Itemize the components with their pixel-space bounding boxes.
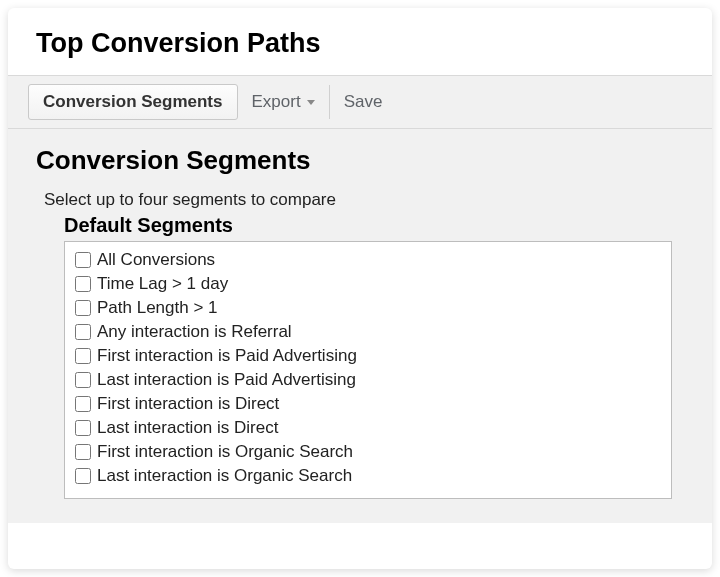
segment-checkbox-first-direct[interactable]	[75, 396, 91, 412]
segment-label[interactable]: First interaction is Paid Advertising	[97, 346, 357, 366]
segment-label[interactable]: First interaction is Direct	[97, 394, 279, 414]
segment-item: First interaction is Paid Advertising	[75, 344, 661, 368]
report-container: Top Conversion Paths Conversion Segments…	[8, 8, 712, 569]
panel-title: Conversion Segments	[32, 139, 688, 188]
segment-label[interactable]: Last interaction is Paid Advertising	[97, 370, 356, 390]
page-title: Top Conversion Paths	[8, 8, 712, 75]
segment-label[interactable]: All Conversions	[97, 250, 215, 270]
segment-checkbox-last-paid[interactable]	[75, 372, 91, 388]
segment-label[interactable]: Any interaction is Referral	[97, 322, 292, 342]
segment-checkbox-all-conversions[interactable]	[75, 252, 91, 268]
segment-checkbox-last-direct[interactable]	[75, 420, 91, 436]
segment-checkbox-last-organic[interactable]	[75, 468, 91, 484]
export-dropdown[interactable]: Export	[238, 85, 330, 119]
conversion-segments-button-label: Conversion Segments	[43, 92, 223, 111]
segment-checkbox-time-lag[interactable]	[75, 276, 91, 292]
save-button[interactable]: Save	[330, 85, 397, 119]
segment-checkbox-first-organic[interactable]	[75, 444, 91, 460]
content-area: Conversion Segments Select up to four se…	[8, 129, 712, 523]
segment-item: Time Lag > 1 day	[75, 272, 661, 296]
segment-checkbox-any-referral[interactable]	[75, 324, 91, 340]
segment-checkbox-first-paid[interactable]	[75, 348, 91, 364]
segment-label[interactable]: Time Lag > 1 day	[97, 274, 228, 294]
default-segments-title: Default Segments	[32, 214, 688, 241]
segment-item: Any interaction is Referral	[75, 320, 661, 344]
segment-item: Last interaction is Organic Search	[75, 464, 661, 488]
segment-label[interactable]: First interaction is Organic Search	[97, 442, 353, 462]
segment-item: First interaction is Direct	[75, 392, 661, 416]
caret-down-icon	[307, 100, 315, 105]
segment-item: Last interaction is Paid Advertising	[75, 368, 661, 392]
conversion-segments-button[interactable]: Conversion Segments	[28, 84, 238, 120]
segment-label[interactable]: Last interaction is Organic Search	[97, 466, 352, 486]
segment-item: All Conversions	[75, 248, 661, 272]
segment-item: Path Length > 1	[75, 296, 661, 320]
segment-item: First interaction is Organic Search	[75, 440, 661, 464]
segment-label[interactable]: Path Length > 1	[97, 298, 218, 318]
segment-label[interactable]: Last interaction is Direct	[97, 418, 278, 438]
segment-item: Last interaction is Direct	[75, 416, 661, 440]
instruction-text: Select up to four segments to compare	[32, 188, 688, 214]
segment-checkbox-path-length[interactable]	[75, 300, 91, 316]
export-label: Export	[252, 92, 301, 112]
segment-list: All Conversions Time Lag > 1 day Path Le…	[64, 241, 672, 499]
toolbar: Conversion Segments Export Save	[8, 75, 712, 129]
save-label: Save	[344, 92, 383, 112]
